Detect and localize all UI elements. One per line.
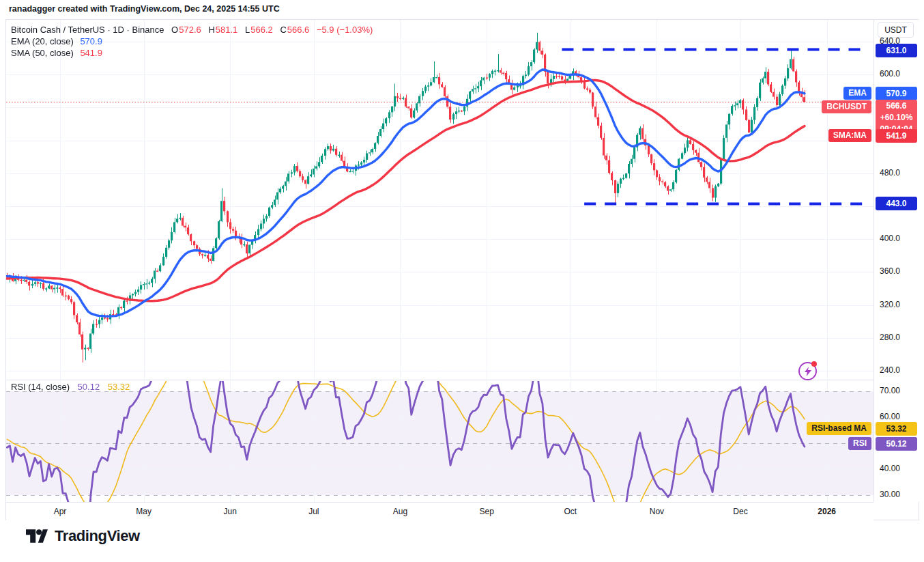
price-and-rsi-chart-canvas[interactable] (6, 20, 874, 502)
symbol-legend: Bitcoin Cash / TetherUS · 1D · Binance O… (11, 24, 373, 59)
price-label-tag-ema: EMA (843, 87, 871, 100)
notification-dot (811, 361, 817, 367)
rsi-chip-rsi: 50.12 (876, 437, 917, 451)
lightning-bolt-glyph (804, 367, 812, 376)
tradingview-logomark-icon (26, 529, 48, 543)
time-axis-label-jul: Jul (298, 507, 330, 516)
sma-legend-row[interactable]: SMA (50, close) 541.9 (11, 47, 373, 59)
price-chip-443.0: 443.0 (876, 197, 917, 210)
tradingview-logo[interactable]: TradingView (26, 527, 140, 545)
rsi-ma-legend-value: 53.32 (108, 382, 130, 392)
rsi-tick-label: 40.00 (880, 464, 900, 473)
page: { "header": { "attribution": "ranadagger… (0, 0, 924, 562)
rsi-chip-rsi-ma: 53.32 (876, 422, 917, 436)
ohlc-close: C566.6 (280, 25, 309, 35)
time-axis-label-jun: Jun (214, 507, 246, 516)
time-axis-label-oct: Oct (554, 507, 587, 516)
price-chip-sma:ma: 541.9 (876, 129, 917, 143)
time-axis-label-2026: 2026 (811, 507, 843, 516)
sma-legend-value: 541.9 (80, 48, 102, 58)
price-tick-label: 480.0 (880, 168, 900, 178)
price-tick-label: 240.0 (880, 365, 900, 375)
rsi-tick-label: 60.00 (880, 412, 900, 421)
rsi-tick-label: 30.00 (880, 490, 900, 499)
rsi-legend[interactable]: RSI (14, close) 50.12 53.32 (11, 382, 130, 392)
ema-legend-value: 570.9 (80, 36, 102, 46)
time-axis-label-may: May (128, 507, 160, 516)
currency-button[interactable]: USDT (878, 22, 914, 38)
price-label-tag-sma:ma: SMA:MA (828, 129, 871, 142)
symbol-title[interactable]: Bitcoin Cash / TetherUS · 1D · Binance (11, 25, 164, 35)
rsi-label-tag-rsi-ma: RSI-based MA (807, 422, 871, 435)
chart-widget: Bitcoin Cash / TetherUS · 1D · Binance O… (5, 19, 919, 520)
price-tick-label: 600.0 (880, 69, 900, 79)
ohlc-low: L566.2 (245, 25, 273, 35)
time-axis-label-apr: Apr (44, 507, 76, 516)
price-tick-label: 360.0 (880, 266, 900, 276)
price-label-tag-bchusdt: BCHUSDT (822, 100, 871, 113)
tradingview-logo-text: TradingView (55, 527, 140, 545)
price-chip-631.0: 631.0 (876, 44, 917, 57)
price-chip-line: 566.6 (876, 100, 917, 112)
time-axis-label-sep: Sep (470, 507, 503, 516)
price-chip-line: +60.10% (876, 112, 917, 124)
price-tick-label: 280.0 (880, 333, 900, 342)
change-value: −5.9 (−1.03%) (317, 25, 373, 35)
price-chip-ema: 570.9 (876, 87, 917, 100)
rsi-tick-label: 70.00 (880, 386, 900, 395)
price-tick-label: 400.0 (880, 234, 900, 243)
ohlc-high: H581.1 (208, 25, 237, 35)
lightning-icon[interactable] (798, 362, 817, 380)
rsi-legend-label: RSI (14, close) (11, 382, 70, 392)
sma-legend-label: SMA (50, close) (11, 48, 74, 58)
ohlc-open: O572.6 (171, 25, 201, 35)
ema-legend-label: EMA (20, close) (11, 36, 74, 46)
time-axis-label-aug: Aug (384, 507, 416, 516)
rsi-label-tag-rsi: RSI (848, 437, 871, 450)
ema-legend-row[interactable]: EMA (20, close) 570.9 (11, 36, 373, 47)
time-axis-label-dec: Dec (724, 507, 757, 516)
time-axis[interactable]: AprMayJunJulAugSepOctNovDec2026 (6, 502, 874, 520)
price-axis-pane[interactable]: USDT 640.0600.0520.0480.0400.0360.0320.0… (874, 20, 919, 502)
price-tick-label: 320.0 (880, 300, 900, 309)
footer: TradingView (0, 521, 924, 562)
rsi-legend-value: 50.12 (78, 382, 100, 392)
symbol-legend-row: Bitcoin Cash / TetherUS · 1D · Binance O… (11, 24, 373, 36)
attribution-text: ranadagger created with TradingView.com,… (9, 4, 280, 14)
time-axis-label-nov: Nov (640, 507, 673, 516)
